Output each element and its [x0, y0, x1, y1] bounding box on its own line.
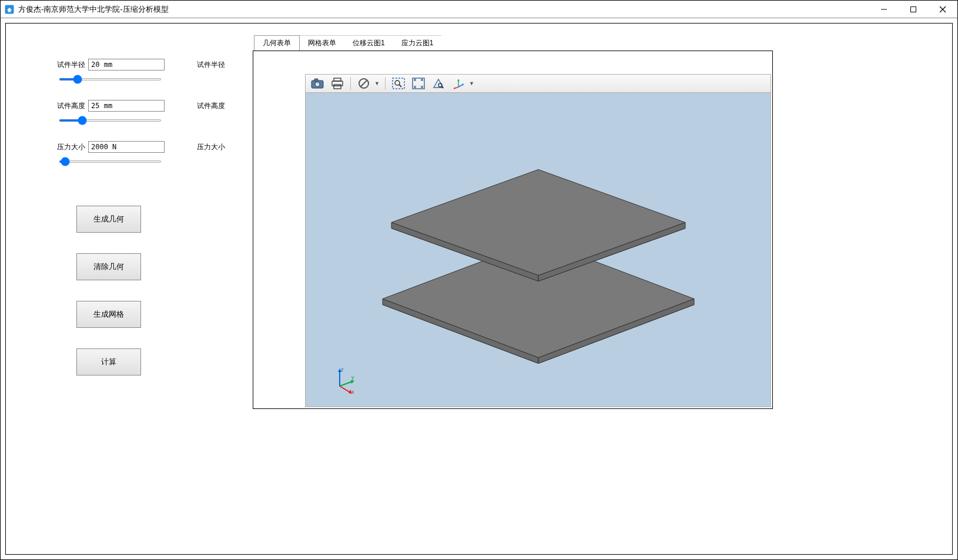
tab-mesh[interactable]: 网格表单: [300, 35, 344, 51]
axis-z-label: z: [341, 367, 344, 373]
compute-button[interactable]: 计算: [76, 348, 141, 375]
height-right-label: 试件高度: [197, 101, 225, 111]
app-icon: [4, 4, 15, 15]
viewer-toolbar: ▼: [306, 75, 771, 93]
svg-marker-29: [391, 170, 685, 276]
tab-displacement[interactable]: 位移云图1: [344, 35, 393, 51]
axis-orient-icon[interactable]: [450, 76, 467, 91]
geometry-plates: [374, 111, 703, 364]
svg-line-32: [340, 386, 350, 393]
svg-rect-10: [334, 85, 341, 89]
3d-canvas[interactable]: z y x: [306, 93, 771, 407]
svg-line-31: [340, 381, 353, 386]
param-pressure-row: 压力大小 压力大小: [53, 141, 241, 153]
svg-point-7: [315, 82, 320, 87]
axis-gizmo: z y x: [329, 365, 359, 395]
toolbar-separator: [350, 77, 351, 90]
zoom-box-icon[interactable]: [390, 76, 407, 91]
app-window: 方俊杰-南京师范大学中北学院-压缩分析模型 试件半径 试件半径: [0, 0, 958, 560]
axis-y-label: y: [351, 374, 354, 380]
minimize-button[interactable]: [869, 1, 899, 18]
svg-rect-2: [911, 6, 916, 12]
svg-line-12: [361, 81, 367, 87]
titlebar: 方俊杰-南京师范大学中北学院-压缩分析模型: [1, 1, 957, 18]
svg-rect-8: [334, 78, 341, 81]
tab-geometry[interactable]: 几何表单: [254, 35, 300, 51]
tabs: 几何表单 网格表单 位移云图1 应力云图1: [254, 35, 940, 51]
axis-x-label: x: [351, 389, 354, 395]
radius-slider[interactable]: [59, 78, 162, 81]
close-button[interactable]: [928, 1, 957, 18]
pressure-slider[interactable]: [59, 160, 162, 163]
svg-rect-13: [393, 78, 404, 89]
zoom-extent-icon[interactable]: [410, 76, 427, 91]
sidebar: 试件半径 试件半径 试件高度 试件高度 压力大小: [18, 35, 253, 542]
print-icon[interactable]: [329, 76, 346, 91]
maximize-button[interactable]: [899, 1, 928, 18]
radius-label: 试件半径: [53, 60, 85, 70]
window-controls: [869, 1, 957, 18]
viewer-inner: ▼: [305, 74, 771, 407]
generate-geometry-button[interactable]: 生成几何: [76, 206, 141, 233]
param-height-row: 试件高度 试件高度: [53, 100, 241, 112]
radius-right-label: 试件半径: [197, 60, 225, 70]
svg-line-15: [399, 85, 401, 87]
height-slider-wrap: [59, 115, 162, 123]
tab-stress[interactable]: 应力云图1: [393, 35, 442, 51]
window-title: 方俊杰-南京师范大学中北学院-压缩分析模型: [18, 4, 869, 15]
pressure-input[interactable]: [88, 141, 165, 153]
cancel-dropdown-icon[interactable]: ▼: [374, 81, 380, 86]
pressure-right-label: 压力大小: [197, 142, 225, 152]
camera-icon[interactable]: [309, 76, 326, 91]
toolbar-separator: [385, 77, 386, 90]
zoom-select-icon[interactable]: [430, 76, 447, 91]
body-area: 试件半径 试件半径 试件高度 试件高度 压力大小: [1, 18, 957, 559]
height-slider[interactable]: [59, 119, 162, 122]
pressure-label: 压力大小: [53, 142, 85, 152]
axis-dropdown-icon[interactable]: ▼: [469, 81, 475, 86]
viewer-area: 几何表单 网格表单 位移云图1 应力云图1: [253, 35, 940, 542]
pressure-slider-wrap: [59, 156, 162, 165]
clear-geometry-button[interactable]: 清除几何: [76, 253, 141, 280]
generate-mesh-button[interactable]: 生成网格: [76, 301, 141, 328]
height-input[interactable]: [88, 100, 165, 112]
svg-point-14: [395, 81, 400, 85]
viewer-frame: ▼: [253, 51, 773, 409]
param-radius-row: 试件半径 试件半径: [53, 59, 241, 71]
svg-rect-6: [314, 79, 318, 81]
radius-slider-wrap: [59, 74, 162, 82]
main-content: 试件半径 试件半径 试件高度 试件高度 压力大小: [5, 23, 953, 555]
radius-input[interactable]: [88, 59, 165, 71]
height-label: 试件高度: [53, 101, 85, 111]
cancel-icon[interactable]: [356, 76, 372, 91]
